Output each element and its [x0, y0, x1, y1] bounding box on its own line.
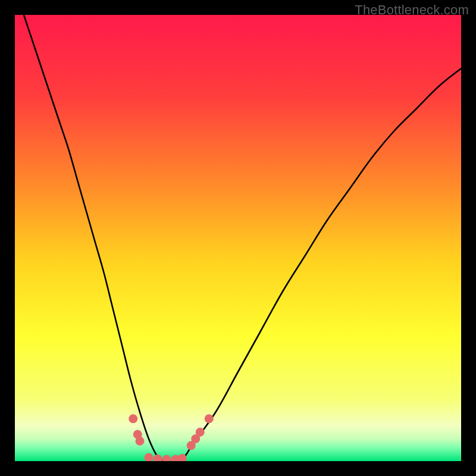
data-marker [154, 455, 162, 461]
curve-markers [129, 414, 214, 461]
bottleneck-curve [15, 15, 461, 461]
data-marker [162, 455, 171, 462]
plot-area [15, 15, 461, 461]
data-marker [129, 414, 137, 423]
chart-frame: TheBottleneck.com [0, 0, 476, 476]
data-marker [136, 437, 145, 446]
curve-line [24, 15, 461, 461]
data-marker [196, 428, 205, 437]
data-marker [145, 453, 154, 462]
data-marker [205, 414, 214, 423]
watermark-text: TheBottleneck.com [355, 2, 469, 18]
